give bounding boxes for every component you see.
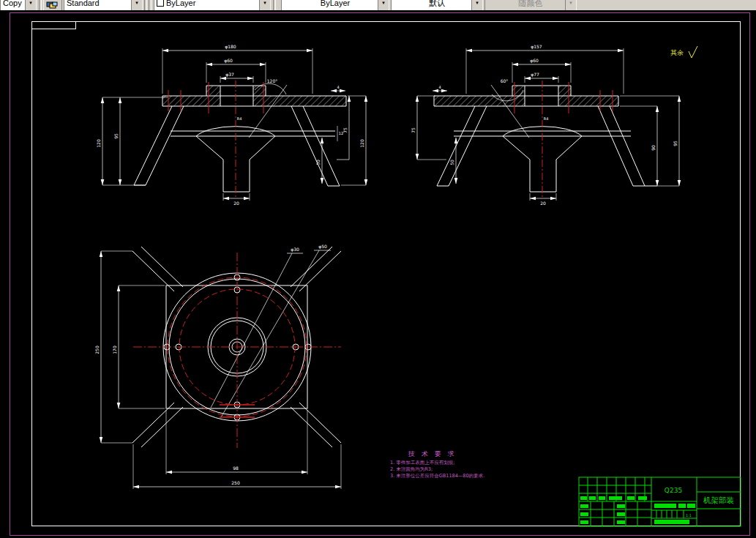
color-control-label: ByLayer [164, 0, 259, 7]
tech-req-item: 3. 未注形位公差应符合GB1184—80的要求. [390, 473, 484, 479]
dim-label: 120° [267, 78, 277, 83]
surface-note-label: 其余 [670, 49, 684, 56]
dim-label: 4 [438, 85, 441, 89]
title-block: Q235 机架部装 1:1 [579, 477, 741, 526]
lineweight-control-combo[interactable]: 默认 ▼ [391, 0, 483, 10]
lineweight-control-label: 默认 [427, 0, 447, 9]
text-style-combo[interactable]: Standard ▼ [64, 0, 143, 10]
toolbar-separator [144, 0, 147, 10]
layer-properties-button[interactable] [43, 0, 62, 10]
dim-label: R4 [237, 116, 242, 121]
dim-label: 250 [94, 345, 100, 354]
color-swatch [157, 0, 164, 7]
drawing-canvas[interactable]: φ180 φ60 φ37 120° R4 120 95 120 75 50 12… [0, 10, 756, 538]
dim-label: 12 [339, 131, 343, 135]
dim-label: 95 [113, 133, 119, 139]
dim-label: 98 [233, 466, 239, 471]
part-name-label: 机架部装 [703, 496, 735, 504]
dim-label: 4 [337, 85, 339, 89]
chevron-down-icon[interactable]: ▼ [259, 0, 270, 10]
text-style-combo-label: Standard [64, 0, 131, 7]
dim-label: 170 [112, 345, 117, 354]
dim-label: φ77 [531, 72, 539, 78]
dim-label: 250 [231, 480, 240, 485]
toolbar: Copy ▼ Standard ▼ ByLayer ▼ ByLayer ▼ 默认… [0, 0, 756, 10]
scale-label: 1:1 [686, 513, 692, 518]
plotstyle-control-label: 随颜色 [517, 0, 545, 9]
material-label: Q235 [665, 487, 682, 494]
linetype-control-label: ByLayer [318, 0, 352, 7]
chevron-down-icon[interactable]: ▼ [471, 0, 482, 10]
chevron-down-icon[interactable]: ▼ [25, 0, 36, 10]
dim-label: 50 [449, 160, 454, 165]
tech-req-item: 2. 未注圆角均为R3; [390, 466, 433, 472]
dim-label: φ50 [318, 244, 327, 250]
dim-label: R4 [544, 116, 549, 121]
dim-label: 20 [540, 201, 546, 206]
dim-label: 75 [411, 127, 416, 133]
dim-label: 90 [651, 145, 656, 151]
named-view-combo[interactable]: Copy ▼ [0, 0, 37, 10]
side-section-view: φ157 φ60 φ77 60° R4 75 4 50 90 95 20 [411, 44, 679, 206]
dim-label: φ37 [225, 72, 234, 78]
surface-finish-note: 其余 [670, 46, 697, 58]
tech-req-item: 1. 零件加工表面上不应有划痕; [390, 460, 454, 466]
dim-label: φ157 [531, 44, 542, 50]
tech-req-title: 技 术 要 求 [408, 450, 457, 457]
dim-label: φ180 [225, 44, 236, 50]
chevron-down-icon[interactable]: ▼ [378, 0, 389, 10]
dim-label: 20 [233, 201, 239, 206]
dim-label: φ30 [291, 247, 299, 253]
chevron-down-icon[interactable]: ▼ [131, 0, 142, 10]
dim-label: 50 [315, 160, 321, 165]
color-control-combo[interactable]: ByLayer ▼ [154, 0, 271, 10]
dim-label: 120 [359, 139, 364, 148]
named-view-combo-label: Copy [1, 0, 25, 7]
dim-label: 60° [501, 78, 509, 83]
roughness-symbol-icon [689, 46, 697, 58]
frame-corner-box [32, 22, 76, 29]
linetype-control-combo[interactable]: ByLayer ▼ [281, 0, 389, 10]
plotstyle-control-combo: 随颜色 ▼ [484, 0, 577, 10]
tech-requirements: 技 术 要 求 1. 零件加工表面上不应有划痕; 2. 未注圆角均为R3; 3.… [390, 450, 484, 479]
front-section-view: φ180 φ60 φ37 120° R4 120 95 120 75 50 12… [96, 44, 366, 206]
dim-label: 120 [96, 139, 101, 148]
dim-label: 95 [673, 141, 678, 146]
toolbar-separator [39, 0, 42, 10]
toolbar-separator [149, 0, 151, 10]
layers-icon [44, 0, 60, 9]
dim-label: φ60 [530, 58, 539, 64]
chevron-down-icon: ▼ [565, 0, 576, 10]
paper-border [10, 13, 750, 536]
dim-label: φ60 [224, 58, 233, 64]
toolbar-separator [273, 0, 276, 10]
plan-view: φ30 φ50 250 170 98 250 [94, 244, 341, 489]
